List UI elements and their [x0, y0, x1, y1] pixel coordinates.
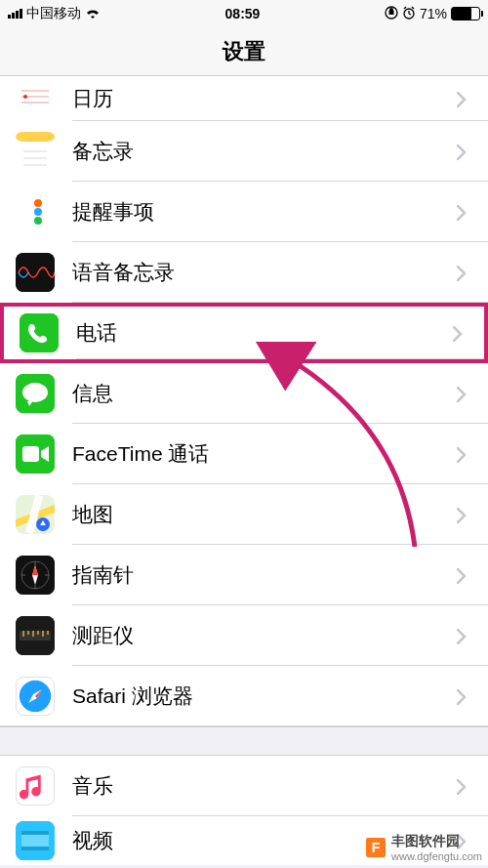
row-label: 日历 — [72, 85, 457, 112]
svg-rect-21 — [22, 446, 39, 462]
row-compass[interactable]: 指南针 — [0, 545, 488, 605]
voice-memo-icon — [16, 253, 55, 292]
videos-icon — [16, 821, 55, 860]
row-label: 电话 — [76, 319, 453, 347]
svg-line-5 — [412, 7, 414, 9]
music-icon — [16, 766, 55, 806]
safari-icon — [16, 677, 55, 716]
network-icon — [85, 6, 101, 21]
messages-icon — [16, 374, 55, 413]
battery-pct: 71% — [420, 6, 447, 21]
row-reminders[interactable]: 提醒事项 — [0, 182, 488, 242]
svg-rect-40 — [17, 767, 54, 805]
signal-icon — [8, 9, 22, 19]
notes-icon — [16, 132, 55, 171]
chevron-right-icon — [457, 689, 470, 703]
chevron-right-icon — [453, 326, 467, 340]
compass-icon — [16, 556, 55, 595]
svg-rect-31 — [20, 631, 51, 641]
nav-bar: 设置 — [0, 27, 488, 76]
row-label: Safari 浏览器 — [72, 682, 457, 710]
row-facetime[interactable]: FaceTime 通话 — [0, 424, 488, 484]
row-label: 提醒事项 — [72, 198, 457, 226]
row-label: 备忘录 — [72, 138, 457, 165]
chevron-right-icon — [457, 145, 470, 158]
svg-rect-43 — [21, 831, 49, 835]
facetime-icon — [16, 434, 55, 474]
chevron-right-icon — [457, 205, 470, 219]
status-bar: 中国移动 08:59 71% — [0, 0, 488, 27]
watermark-url: www.dgfengtu.com — [391, 850, 482, 862]
row-notes[interactable]: 备忘录 — [0, 121, 488, 182]
calendar-icon — [16, 85, 55, 112]
row-messages[interactable]: 信息 — [0, 363, 488, 424]
status-time: 08:59 — [225, 6, 261, 21]
row-label: 测距仪 — [72, 622, 457, 649]
page-title: 设置 — [223, 37, 265, 66]
row-label: 地图 — [72, 501, 457, 528]
row-measure[interactable]: 测距仪 — [0, 605, 488, 666]
status-right: 71% — [385, 6, 480, 22]
chevron-right-icon — [457, 629, 470, 642]
reminders-icon — [16, 192, 55, 231]
alarm-icon — [402, 6, 416, 22]
svg-rect-16 — [16, 253, 55, 292]
row-label: 音乐 — [72, 772, 457, 800]
svg-rect-6 — [16, 85, 55, 112]
orientation-lock-icon — [385, 6, 398, 22]
watermark: F 丰图软件园 www.dgfengtu.com — [366, 833, 482, 862]
status-left: 中国移动 — [8, 5, 101, 22]
row-voicememo[interactable]: 语音备忘录 — [0, 242, 488, 303]
svg-rect-17 — [20, 313, 59, 352]
row-label: 语音备忘录 — [72, 259, 457, 286]
phone-icon — [20, 313, 59, 352]
row-label: 指南针 — [72, 561, 457, 589]
settings-list: 日历 备忘录 提醒事项 语音备忘录 电话 信息 — [0, 76, 488, 865]
row-calendar[interactable]: 日历 — [0, 76, 488, 121]
battery-icon — [451, 7, 480, 21]
chevron-right-icon — [457, 266, 470, 279]
chevron-right-icon — [457, 508, 470, 521]
svg-point-19 — [22, 383, 48, 402]
chevron-right-icon — [457, 92, 470, 105]
chevron-right-icon — [457, 387, 470, 400]
chevron-right-icon — [457, 568, 470, 582]
carrier-label: 中国移动 — [26, 5, 81, 22]
chevron-right-icon — [457, 447, 470, 461]
watermark-name: 丰图软件园 — [391, 833, 460, 848]
group-separator — [0, 726, 488, 756]
watermark-logo-icon: F — [366, 838, 386, 857]
row-music[interactable]: 音乐 — [0, 756, 488, 816]
chevron-right-icon — [457, 779, 470, 793]
svg-rect-44 — [21, 847, 49, 850]
maps-icon — [16, 495, 55, 534]
row-phone[interactable]: 电话 — [0, 303, 488, 363]
row-label: 信息 — [72, 380, 457, 407]
svg-line-4 — [404, 7, 406, 9]
row-label: FaceTime 通话 — [72, 440, 457, 468]
row-maps[interactable]: 地图 — [0, 484, 488, 545]
measure-icon — [16, 616, 55, 655]
row-safari[interactable]: Safari 浏览器 — [0, 666, 488, 726]
svg-point-10 — [23, 95, 27, 99]
svg-line-3 — [409, 14, 411, 15]
svg-rect-12 — [16, 132, 55, 142]
